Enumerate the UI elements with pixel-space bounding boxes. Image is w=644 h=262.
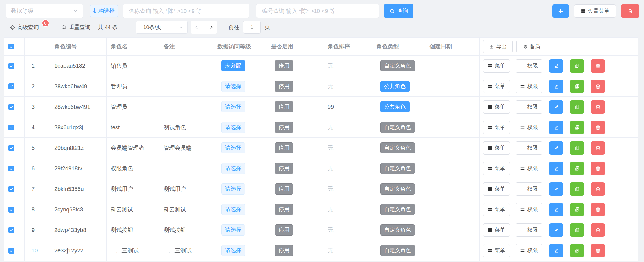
row-edit-button[interactable] [549,244,563,257]
query-button[interactable]: 查询 [384,4,413,18]
row-copy-button[interactable] [570,141,584,155]
next-page-button[interactable] [205,21,217,34]
row-copy-button[interactable] [570,223,584,237]
prev-page-button[interactable] [191,21,203,34]
data-access-tag[interactable]: 请选择 [221,183,245,195]
row-checkbox[interactable] [8,227,14,233]
row-checkbox[interactable] [8,125,14,130]
row-permission-button[interactable]: 权限 [516,162,542,175]
row-checkbox[interactable] [8,63,14,69]
data-access-tag[interactable]: 请选择 [221,224,245,236]
role-type-tag: 自定义角色 [380,204,415,215]
row-copy-button[interactable] [570,100,584,114]
row-edit-button[interactable] [549,203,563,216]
enabled-tag[interactable]: 停用 [275,81,293,92]
code-query-input[interactable] [256,4,379,18]
row-checkbox[interactable] [8,248,14,254]
goto-page-input[interactable] [243,21,261,34]
row-edit-button[interactable] [549,223,563,237]
row-checkbox[interactable] [8,166,14,171]
row-delete-button[interactable] [591,100,605,114]
page-size-select[interactable]: 10条/页 [136,21,188,34]
row-delete-button[interactable] [591,244,605,257]
batch-delete-button[interactable] [621,4,639,18]
export-button[interactable]: 导出 [483,40,513,53]
enabled-tag[interactable]: 停用 [275,60,293,71]
row-permission-button[interactable]: 权限 [516,59,542,73]
row-copy-button[interactable] [570,244,584,257]
data-access-tag[interactable]: 请选择 [221,204,245,215]
row-permission-button[interactable]: 权限 [516,80,542,93]
enabled-tag[interactable]: 停用 [275,163,293,174]
row-permission-button[interactable]: 权限 [516,182,542,196]
row-delete-button[interactable] [591,162,605,175]
enabled-tag[interactable]: 停用 [275,183,293,195]
row-copy-button[interactable] [570,121,584,134]
row-menu-button[interactable]: 菜单 [483,141,510,155]
name-query-input[interactable] [123,4,249,18]
row-delete-button[interactable] [591,223,605,237]
row-delete-button[interactable] [591,80,605,93]
advanced-query-button[interactable]: 高级查询 0 [10,21,39,34]
data-access-tag[interactable]: 请选择 [221,245,245,256]
row-menu-button[interactable]: 菜单 [483,100,510,114]
row-delete-button[interactable] [591,203,605,216]
row-permission-button[interactable]: 权限 [516,223,542,237]
config-label: 配置 [530,43,541,50]
reset-query-button[interactable]: 重置查询 [61,21,90,34]
row-copy-button[interactable] [570,162,584,175]
row-menu-button[interactable]: 菜单 [483,162,510,175]
row-copy-button[interactable] [570,203,584,216]
row-checkbox[interactable] [8,207,14,213]
enabled-tag[interactable]: 停用 [275,224,293,236]
row-delete-button[interactable] [591,182,605,196]
row-edit-button[interactable] [549,162,563,175]
row-delete-button[interactable] [591,59,605,73]
select-all-checkbox[interactable] [8,44,14,49]
row-copy-button[interactable] [570,80,584,93]
enabled-tag[interactable]: 停用 [275,122,293,133]
org-select-button[interactable]: 机构选择 [90,5,118,17]
row-delete-button[interactable] [591,141,605,155]
row-edit-button[interactable] [549,121,563,134]
row-checkbox[interactable] [8,104,14,110]
row-edit-button[interactable] [549,80,563,93]
row-permission-button[interactable]: 权限 [516,141,542,155]
enabled-tag[interactable]: 停用 [275,245,293,256]
row-delete-button[interactable] [591,121,605,134]
row-menu-button[interactable]: 菜单 [483,203,510,216]
enabled-tag[interactable]: 停用 [275,204,293,215]
data-level-select[interactable]: 数据等级 [6,4,83,18]
row-edit-button[interactable] [549,182,563,196]
row-permission-button[interactable]: 权限 [516,244,542,257]
row-permission-button[interactable]: 权限 [516,100,542,114]
row-menu-button[interactable]: 菜单 [483,244,510,257]
row-edit-button[interactable] [549,100,563,114]
data-access-tag[interactable]: 请选择 [221,163,245,174]
row-edit-button[interactable] [549,59,563,73]
enabled-tag[interactable]: 停用 [275,142,293,153]
data-access-tag[interactable]: 请选择 [221,101,245,112]
row-menu-button[interactable]: 菜单 [483,223,510,237]
data-access-tag[interactable]: 请选择 [221,122,245,133]
menu-setting-button[interactable]: 设置菜单 [574,4,616,18]
row-menu-button[interactable]: 菜单 [483,80,510,93]
row-checkbox[interactable] [8,145,14,151]
row-copy-button[interactable] [570,59,584,73]
add-button[interactable] [552,4,569,18]
row-copy-button[interactable] [570,182,584,196]
copy-icon [574,145,580,151]
row-edit-button[interactable] [549,141,563,155]
row-checkbox[interactable] [8,83,14,89]
enabled-tag[interactable]: 停用 [275,101,293,112]
row-permission-button[interactable]: 权限 [516,121,542,134]
row-menu-button[interactable]: 菜单 [483,182,510,196]
config-button[interactable]: 配置 [516,40,547,53]
row-permission-button[interactable]: 权限 [516,203,542,216]
row-checkbox[interactable] [8,186,14,192]
row-menu-button[interactable]: 菜单 [483,59,510,73]
data-access-tag[interactable]: 请选择 [221,142,245,153]
data-access-tag[interactable]: 请选择 [221,81,245,92]
row-menu-button[interactable]: 菜单 [483,121,510,134]
data-access-tag[interactable]: 未分配 [221,60,245,71]
